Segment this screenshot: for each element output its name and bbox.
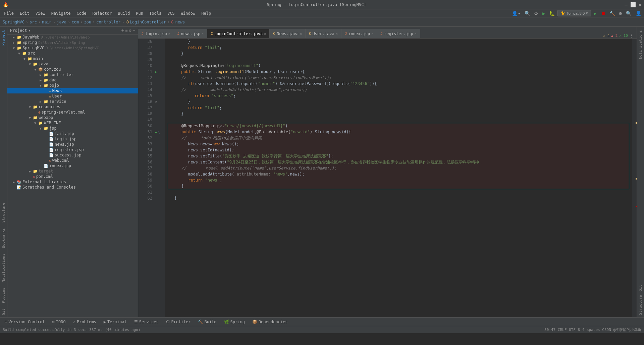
menu-run[interactable]: Run [133,10,146,16]
tree-node-pomxml[interactable]: ⚙ pom.xml [7,174,138,179]
debug-icon[interactable]: 🐛 [548,10,556,17]
gutter-run-icon-41[interactable]: ▶ [155,70,157,74]
tree-node-indexjsp[interactable]: 📄 index.jsp [7,163,138,168]
breadcrumb-src[interactable]: src [30,20,37,24]
search-icon[interactable]: 🔍 [523,10,532,17]
breadcrumb-logincontroller[interactable]: LoginController [130,20,166,24]
tab-close-newsjava[interactable]: ✕ [300,32,302,36]
tree-node-main[interactable]: ▼ 📁 main [7,56,138,61]
breadcrumb-com[interactable]: com [71,20,79,24]
breadcrumb-main[interactable]: main [42,20,52,24]
tree-settings-icon[interactable]: ⚙ [129,28,131,33]
tree-node-failjsp[interactable]: 📄 fail.jsp [7,131,138,136]
tab-close-logincontroller[interactable]: ✕ [264,32,266,36]
gutter-debug-icon-41[interactable]: ⬡ [158,70,161,74]
tree-node-src[interactable]: ▼ 📁 src [7,51,138,56]
close-button[interactable]: ✕ [639,2,641,7]
menu-vcs[interactable]: VCS [165,10,177,16]
sidebar-notifications-tab[interactable]: Notifications [0,252,7,284]
breadcrumb-springmvc[interactable]: SpringMVC [3,20,24,24]
tab-close-newsjsp[interactable]: ✕ [202,32,204,36]
build-run-icon[interactable]: ▶ [592,10,598,17]
sidebar-bookmarks-tab[interactable]: Bookmarks [0,226,7,250]
sidebar-project-tab[interactable]: Project [0,28,7,48]
menu-edit[interactable]: Edit [17,10,32,16]
tree-node-javaWeb[interactable]: ▶ 📁 JavaWeb D:\Users\Admin\JavaWeb [7,34,138,40]
tab-registerjsp[interactable]: J register.jsp ✕ [377,29,420,38]
tree-node-dao[interactable]: ▶ 📁 dao [7,77,138,83]
menu-view[interactable]: View [33,10,48,16]
tree-node-spring[interactable]: ▶ 📁 Spring D:\Users\Admin\Spring [7,40,138,45]
breadcrumb-zou[interactable]: zou [84,20,91,24]
tree-node-controller[interactable]: ▶ 📁 controller [7,72,138,77]
bottom-tab-services[interactable]: ☰ Services [131,319,162,325]
menu-navigate[interactable]: Navigate [49,10,73,16]
tab-close-indexjsp[interactable]: ✕ [371,32,373,36]
tab-logincontroller[interactable]: C LoginController.java ✕ [207,29,270,38]
tree-node-scratches[interactable]: 📝 Scratches and Consoles [7,185,138,190]
tab-loginjsp[interactable]: J login.jsp ✕ [138,29,174,38]
menu-file[interactable]: File [1,10,16,16]
stop-icon[interactable]: ⏹ [599,10,607,17]
bottom-tab-versioncontrol[interactable]: ⊞ Version Control [1,319,48,325]
breadcrumb-news[interactable]: news [175,20,185,24]
tree-node-user[interactable]: ☕ User [7,93,138,99]
tree-node-target[interactable]: ▶ 📁 target [7,168,138,174]
tree-node-springservlet[interactable]: ⚙ spring-servlet.xml [7,110,138,115]
hammer-icon[interactable]: 🔨 [608,10,616,17]
bottom-tab-dependencies[interactable]: 📦 Dependencies [249,319,291,325]
tree-node-loginjsp[interactable]: 📄 login.jsp [7,136,138,142]
sidebar-plugins-tab[interactable]: Plugins [0,286,7,305]
menu-code[interactable]: Code [74,10,89,16]
tree-node-extlibs[interactable]: ▶ 📚 External Libraries [7,179,138,185]
menu-refactor[interactable]: Refactor [90,10,114,16]
gutter-debug-icon-51[interactable]: ⬡ [158,130,161,134]
tree-node-java[interactable]: ▼ 📁 java [7,61,138,67]
tab-newsjsp[interactable]: J news.jsp ✕ [174,29,207,38]
profile-icon[interactable]: 👤▾ [511,10,522,17]
tab-menu-icon[interactable]: ⋮ [629,33,634,38]
bottom-tab-profiler[interactable]: ⏱ Profiler [163,319,194,325]
tree-node-webinf[interactable]: ▼ 📁 WEB-INF [7,120,138,126]
right-sidebar-git[interactable]: Git [637,283,644,293]
tab-close-userjava[interactable]: ✕ [336,32,338,36]
minimize-button[interactable]: — [625,2,627,7]
tree-node-service[interactable]: ▶ 📁 service [7,99,138,104]
refresh-icon[interactable]: ⟳ [533,10,540,17]
breadcrumb-controller[interactable]: controller [96,20,120,24]
settings-icon[interactable]: ⚙ [618,10,623,17]
scrollbar-track[interactable] [632,39,637,317]
tab-close-registerjsp[interactable]: ✕ [415,32,417,36]
run-icon[interactable]: ▶ [541,10,546,17]
tab-close-loginjsp[interactable]: ✕ [168,32,170,36]
tree-node-newsjsp[interactable]: 📄 news.jsp [7,142,138,147]
tree-node-news[interactable]: ☕ News [7,88,138,93]
tree-node-webapp[interactable]: ▼ 📁 webapp [7,115,138,120]
tree-node-pojo[interactable]: ▼ 📁 pojo [7,83,138,88]
bottom-tab-todo[interactable]: ☑ TODO [49,319,69,325]
tree-node-webxml[interactable]: ⚙ web.xml [7,158,138,163]
right-sidebar-notifications[interactable]: Notifications [637,28,644,61]
menu-window[interactable]: Window [178,10,198,16]
tree-close-icon[interactable]: — [133,28,135,33]
menu-tools[interactable]: Tools [147,10,164,16]
search2-icon[interactable]: 🔍 [625,10,633,17]
menu-help[interactable]: Help [199,10,214,16]
user-icon2[interactable]: 👤 [634,10,643,17]
maximize-button[interactable]: ⬜ [630,2,636,7]
breadcrumb-java[interactable]: java [57,20,66,24]
bottom-tab-spring[interactable]: 🌿 Spring [221,319,248,325]
gutter-run-icon-51[interactable]: ▶ [155,130,157,134]
bottom-tab-problems[interactable]: ⚠ Problems [70,319,100,325]
fold-arrow-46[interactable]: ⊟ [155,100,157,103]
tree-locate-icon[interactable]: ⊕ [121,28,124,33]
tomcat-selector[interactable]: 🐈 Tomcat 8.0 ▾ [557,10,591,16]
menu-build[interactable]: Build [115,10,132,16]
tree-node-resources[interactable]: ▼ 📁 resources [7,104,138,110]
code-content[interactable]: } return "fail"; } @RequestMapping(⊙∨"lo… [165,39,632,317]
tree-node-registerjsp[interactable]: 📄 register.jsp [7,147,138,152]
tree-node-comzou[interactable]: ▼ 📦 com.zou [7,67,138,72]
tab-newsjava[interactable]: C News.java ✕ [270,29,306,38]
tab-userjava[interactable]: C User.java ✕ [306,29,341,38]
tree-collapse-icon[interactable]: ≡ [125,28,127,33]
